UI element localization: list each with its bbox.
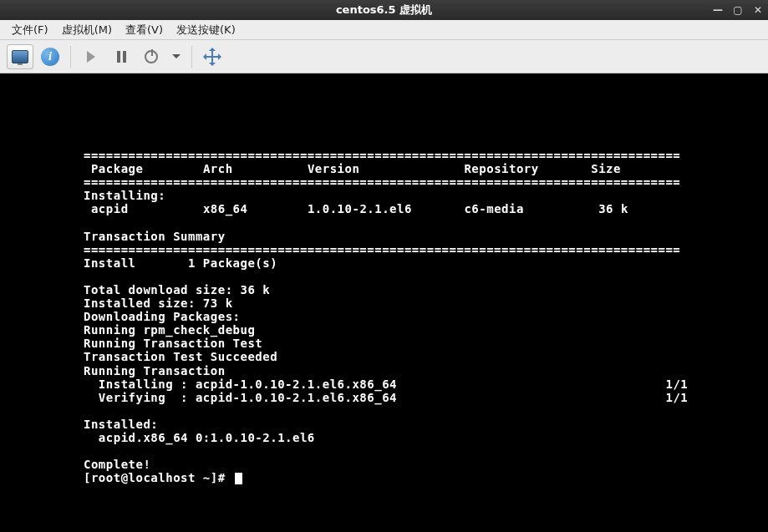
pause-icon [117,51,126,63]
play-button[interactable] [78,44,104,69]
cursor [235,473,242,484]
terminal-output[interactable]: ========================================… [0,73,768,484]
complete: Complete! [84,458,150,471]
rpm-check: Running rpm_check_debug [84,323,255,337]
power-dropdown[interactable] [168,44,185,69]
divider: ========================================… [84,149,680,162]
pause-button[interactable] [108,44,135,69]
window-title: centos6.5 虚拟机 [336,3,432,18]
move-icon [205,49,220,64]
menu-sendkey[interactable]: 发送按键(K) [171,21,241,39]
menu-file[interactable]: 文件(F) [7,21,53,39]
minimize-button[interactable]: — [711,4,725,16]
installed-pkg: acpid.x86_64 0:1.0.10-2.1.el6 [84,431,315,444]
col-package: Package [91,162,144,175]
installed-size: Installed size: 73 k [84,296,233,310]
pkg-size: 36 k [598,202,628,215]
total-download: Total download size: 36 k [84,283,270,296]
toolbar: i [0,40,768,73]
console-button[interactable] [7,44,33,69]
trans-test: Running Transaction Test [84,337,262,350]
menu-view[interactable]: 查看(V) [120,21,168,39]
verifying-line: Verifying : acpid-1.0.10-2.1.el6.x86_64 [84,391,397,404]
pkg-name: acpid [91,202,129,215]
toolbar-separator-2 [191,46,192,68]
col-version: Version [308,162,360,175]
shell-prompt: [root@localhost ~]# [84,471,233,484]
running-trans: Running Transaction [84,364,226,377]
play-icon [87,51,95,63]
menu-vm[interactable]: 虚拟机(M) [57,21,117,39]
fullscreen-button[interactable] [199,44,226,69]
col-repo: Repository [464,162,538,175]
toolbar-separator [70,46,71,68]
installed-label: Installed: [84,418,158,431]
menu-bar: 文件(F) 虚拟机(M) 查看(V) 发送按键(K) [0,20,768,40]
power-icon [145,50,158,63]
col-arch: Arch [203,162,233,175]
section-installing: Installing: [84,189,165,202]
info-icon: i [41,48,59,66]
progress: 1/1 [665,377,688,391]
test-succeeded: Transaction Test Succeeded [84,350,277,363]
chevron-down-icon [172,54,181,58]
pkg-repo: c6-media [464,202,523,215]
info-button[interactable]: i [37,44,64,69]
power-button[interactable] [138,44,165,69]
monitor-icon [12,50,28,63]
maximize-button[interactable]: ▢ [731,4,745,16]
col-size: Size [591,162,621,175]
divider: ========================================… [84,175,680,189]
installing-line: Installing : acpid-1.0.10-2.1.el6.x86_64 [84,377,397,391]
close-button[interactable]: ✕ [751,4,765,16]
progress: 1/1 [665,391,688,404]
divider: ========================================… [84,243,680,256]
downloading: Downloading Packages: [84,310,241,323]
trans-summary: Transaction Summary [84,230,226,243]
pkg-version: 1.0.10-2.1.el6 [308,202,412,215]
install-count: Install 1 Package(s) [84,256,277,270]
window-titlebar: centos6.5 虚拟机 — ▢ ✕ [0,0,768,20]
pkg-arch: x86_64 [203,202,248,215]
